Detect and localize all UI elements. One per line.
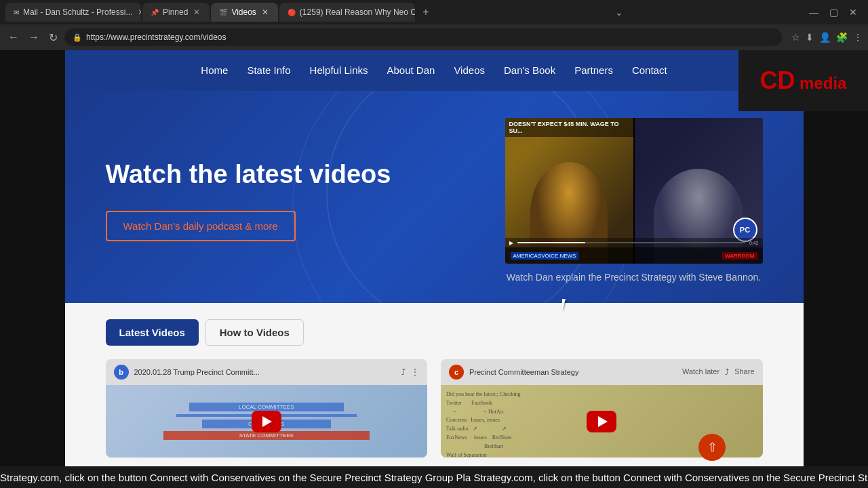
minimize-button[interactable]: — <box>804 7 824 18</box>
tab-bar: ✉ Mail - Dan Schultz - Professi... ✕ 📌 P… <box>0 0 868 24</box>
hero-section: Watch the latest videos Watch Dan's dail… <box>65 91 804 303</box>
video-card-1-body[interactable]: LOCAL COMMITTEES COMMITTEES STATE COMMIT… <box>106 385 428 458</box>
tab-bar-right: ⌄ <box>615 7 623 18</box>
hero-video-frame[interactable]: DOESN'T EXPECT $45 MIN. WAGE TO SU... PC… <box>505 118 763 264</box>
warroom-badge: WARROOM <box>722 252 757 260</box>
video-card-1-actions: ⤴ ⋮ <box>401 367 419 377</box>
share-icon-1[interactable]: ⤴ <box>401 367 406 377</box>
video-card-1-header: b 2020.01.28 Trump Precinct Committ... ⤴… <box>106 359 428 385</box>
cd-media-text: CD media <box>760 66 847 95</box>
nav-about-dan[interactable]: About Dan <box>387 64 435 76</box>
video-card-2-title: Precinct Committeeman Strategy <box>469 368 677 376</box>
tabs-menu-icon[interactable]: ⌄ <box>615 7 623 18</box>
nav-contact[interactable]: Contact <box>632 64 667 76</box>
play-button-2[interactable] <box>587 411 616 432</box>
browser-chrome: ✉ Mail - Dan Schultz - Professi... ✕ 📌 P… <box>0 0 868 50</box>
tab-latest-videos[interactable]: Latest Videos <box>106 319 199 346</box>
watch-later-label-2: Watch later <box>682 367 719 377</box>
tab-videos-favicon: 🎬 <box>219 9 227 16</box>
cd-text: CD <box>760 66 795 94</box>
maximize-button[interactable]: ▢ <box>824 7 844 18</box>
nav-dans-book[interactable]: Dan's Book <box>504 64 555 76</box>
tab-neo-favicon: 🔴 <box>288 9 296 16</box>
hero-video-caption: Watch Dan explain the Precinct Strategy … <box>505 272 763 283</box>
window-close-button[interactable]: ✕ <box>844 7 863 18</box>
tab-neo[interactable]: 🔴 (1259) Real Reason Why Neo C... ✕ <box>279 3 415 22</box>
nav-state-info[interactable]: State Info <box>247 64 290 76</box>
share-label-2: Share <box>734 367 754 377</box>
cd-media-logo: CD media <box>738 50 868 111</box>
video-tabs: Latest Videos How to Videos <box>106 319 763 346</box>
browser-action-icons: ☆ ⬇ 👤 🧩 ⋮ <box>791 32 863 43</box>
video-card-2-header: c Precinct Committeeman Strategy Watch l… <box>441 359 763 385</box>
hero-video-container: DOESN'T EXPECT $45 MIN. WAGE TO SU... PC… <box>505 118 763 283</box>
progress-bar[interactable] <box>517 242 745 243</box>
tab-pinned-title: Pinned <box>163 7 188 17</box>
more-options-icon-1[interactable]: ⋮ <box>411 367 419 377</box>
video-grid: b 2020.01.28 Trump Precinct Committ... ⤴… <box>106 359 763 458</box>
hero-title: Watch the latest videos <box>106 159 478 190</box>
video-card-2-actions: Watch later ⤴ Share <box>682 367 755 377</box>
americasvoice-badge: AMERICASVOICE.NEWS <box>511 252 579 260</box>
tab-pinned-favicon: 📌 <box>151 9 159 16</box>
nav-videos[interactable]: Videos <box>454 64 485 76</box>
reload-button[interactable]: ↻ <box>46 28 60 47</box>
back-button[interactable]: ← <box>5 28 22 46</box>
download-icon[interactable]: ⬇ <box>806 32 814 43</box>
ticker-text: Strategy.com, click on the button Connec… <box>0 472 868 483</box>
tab-pinned-close[interactable]: ✕ <box>192 7 201 17</box>
scroll-to-top-button[interactable]: ⇧ <box>698 434 726 461</box>
tab-neo-title: (1259) Real Reason Why Neo C... <box>300 7 415 17</box>
hero-cta-button[interactable]: Watch Dan's daily podcast & more <box>106 211 296 241</box>
time-display: 0:42 <box>749 241 759 245</box>
nav-links: Home State Info Helpful Links About Dan … <box>201 64 667 77</box>
yt-avatar-b: b <box>114 365 129 380</box>
nav-helpful-links[interactable]: Helpful Links <box>310 64 368 76</box>
video-card-1-title: 2020.01.28 Trump Precinct Committ... <box>134 368 397 376</box>
tab-mail-favicon: ✉ <box>14 9 19 16</box>
video-card-1: b 2020.01.28 Trump Precinct Committ... ⤴… <box>106 359 428 458</box>
share-icon-2[interactable]: ⤴ <box>725 367 729 377</box>
tab-videos-close[interactable]: ✕ <box>260 7 270 17</box>
chevron-up-icon: ⇧ <box>707 440 717 455</box>
video-banner-left: DOESN'T EXPECT $45 MIN. WAGE TO SU... <box>505 118 633 137</box>
video-section: Latest Videos How to Videos b 2020.01.28… <box>65 303 804 474</box>
url-text: https://www.precintstrategy.com/videos <box>86 33 226 42</box>
play-triangle-1 <box>262 416 272 427</box>
play-button-1[interactable] <box>252 411 281 432</box>
bookmark-icon[interactable]: ☆ <box>791 32 800 43</box>
url-bar[interactable]: 🔒 https://www.precintstrategy.com/videos <box>64 28 782 46</box>
tab-mail[interactable]: ✉ Mail - Dan Schultz - Professi... ✕ <box>5 3 141 22</box>
site-navigation: Home State Info Helpful Links About Dan … <box>65 50 804 91</box>
profile-icon[interactable]: 👤 <box>819 32 831 43</box>
tab-mail-title: Mail - Dan Schultz - Professi... <box>23 7 132 17</box>
security-icon: 🔒 <box>73 33 82 42</box>
address-bar: ← → ↻ 🔒 https://www.precintstrategy.com/… <box>0 24 868 50</box>
play-control-icon[interactable]: ▶ <box>509 240 513 246</box>
hero-right: DOESN'T EXPECT $45 MIN. WAGE TO SU... PC… <box>505 118 763 283</box>
extensions-icon[interactable]: 🧩 <box>836 32 848 43</box>
tab-videos[interactable]: 🎬 Videos ✕ <box>211 3 277 22</box>
nav-home[interactable]: Home <box>201 64 228 76</box>
play-triangle-2 <box>598 416 608 427</box>
nav-partners[interactable]: Partners <box>574 64 613 76</box>
tab-howto-videos[interactable]: How to Videos <box>205 319 304 346</box>
settings-icon[interactable]: ⋮ <box>853 32 863 43</box>
hero-left: Watch the latest videos Watch Dan's dail… <box>106 159 478 241</box>
new-tab-button[interactable]: + <box>416 3 435 22</box>
media-text: media <box>800 74 846 92</box>
tab-pinned[interactable]: 📌 Pinned ✕ <box>142 3 210 22</box>
bottom-ticker: Strategy.com, click on the button Connec… <box>0 466 868 488</box>
tab-mail-close[interactable]: ✕ <box>136 7 141 17</box>
yt-avatar-c: c <box>449 365 464 380</box>
tab-videos-title: Videos <box>231 7 256 17</box>
forward-button[interactable]: → <box>26 28 42 46</box>
page-content: Home State Info Helpful Links About Dan … <box>65 50 804 488</box>
